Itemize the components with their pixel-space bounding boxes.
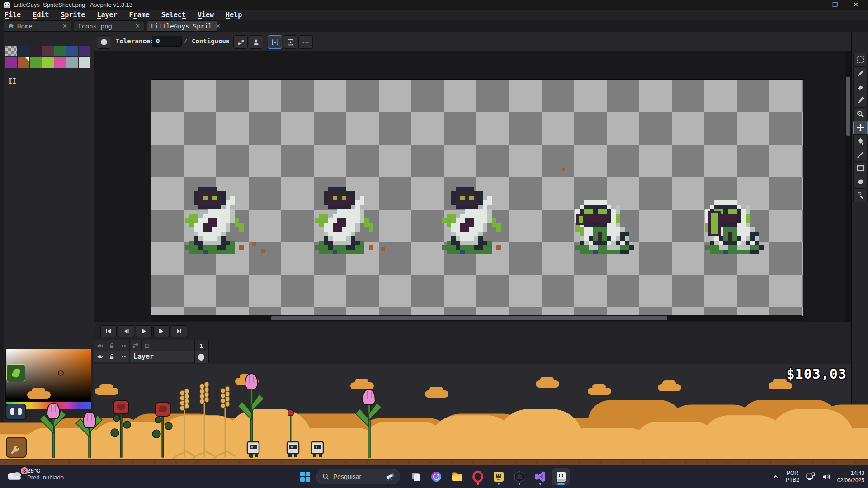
palette-swatch[interactable] [54, 57, 66, 68]
vertical-scrollbar-thumb[interactable] [846, 77, 850, 136]
tab-littleguys-spril[interactable]: LittleGuys_Spril✕ [147, 20, 217, 32]
timeline-header-eye-icon[interactable] [94, 340, 106, 351]
palette-swatch[interactable] [79, 46, 90, 56]
tab-icons-png[interactable]: Icons.png✕ [74, 20, 144, 32]
tool-zoom[interactable] [853, 107, 868, 121]
maximize-button[interactable]: ❐ [825, 0, 845, 10]
pixel-connectivity-button[interactable] [233, 35, 248, 49]
language-indicator[interactable]: PORPTB2 [786, 470, 799, 483]
taskbar-app-game[interactable] [490, 468, 507, 485]
cel-cell[interactable] [194, 351, 208, 363]
go-prev-frame-button[interactable] [118, 325, 134, 337]
foreground-color-swatch[interactable] [6, 364, 25, 382]
layer-lock-toggle[interactable] [106, 351, 118, 362]
menu-frame[interactable]: Frame [129, 11, 156, 19]
go-last-frame-button[interactable] [171, 325, 187, 337]
timeline-header-cel-icon[interactable] [142, 340, 153, 351]
window-title: LittleGuys_SpriteSheet.png - Aseprite v1… [14, 1, 132, 8]
layer-eye-toggle[interactable] [94, 351, 106, 362]
tool-rectangle[interactable] [853, 161, 868, 175]
tool-pencil[interactable] [853, 66, 868, 80]
tab-close-icon[interactable]: ✕ [59, 23, 67, 29]
palette-swatch[interactable] [30, 57, 42, 68]
taskbar-app-opera[interactable] [469, 468, 486, 485]
palette-swatch[interactable] [18, 46, 29, 56]
menu-edit[interactable]: Edit [33, 11, 55, 19]
game-icon [491, 469, 506, 484]
volume-icon[interactable] [822, 473, 831, 481]
palette-swatch[interactable] [5, 46, 17, 56]
symmetry-vertical-button[interactable] [283, 35, 297, 49]
horizontal-scrollbar[interactable] [151, 315, 802, 321]
play-button[interactable] [136, 325, 152, 337]
tab-close-icon[interactable]: ✕ [132, 23, 140, 29]
tolerance-input[interactable] [152, 36, 182, 47]
palette-swatch[interactable] [30, 46, 42, 56]
tool-marquee-selection[interactable] [853, 53, 868, 67]
go-next-frame-button[interactable] [153, 325, 170, 337]
taskbar-app-task-view[interactable] [407, 468, 424, 485]
tab-label: Home [17, 23, 33, 30]
palette-swatch[interactable] [54, 46, 66, 56]
menu-file[interactable]: File [5, 11, 27, 19]
vertical-scrollbar[interactable] [845, 51, 851, 322]
network-icon[interactable] [806, 472, 816, 481]
sprite-frames [151, 80, 803, 316]
tool-spray[interactable] [853, 188, 868, 202]
brush-preview-button[interactable] [97, 35, 111, 49]
transparent-color-button[interactable] [249, 35, 263, 49]
menu-layer[interactable]: Layer [97, 11, 123, 19]
tool-contour[interactable] [853, 175, 868, 189]
game-wrench-button[interactable] [6, 437, 27, 458]
menu-select[interactable]: Select [161, 11, 192, 19]
horizontal-scrollbar-thumb[interactable] [271, 316, 667, 320]
palette-swatch[interactable] [66, 57, 78, 68]
palette-swatch[interactable] [79, 57, 90, 68]
tool-line[interactable] [853, 148, 868, 162]
frame-number-cell[interactable]: 1 [194, 340, 208, 352]
contiguous-checkbox[interactable]: ✓ [183, 37, 189, 45]
home-icon [8, 23, 14, 29]
minimize-button[interactable]: – [804, 0, 825, 10]
active-app-indicator [557, 483, 565, 485]
search-box[interactable]: Pesquisar [316, 469, 400, 484]
sprite-canvas[interactable] [151, 79, 803, 316]
palette-swatch[interactable] [66, 46, 78, 56]
tool-move[interactable] [853, 121, 868, 135]
taskbar-app-aseprite[interactable] [552, 468, 570, 485]
start-button[interactable] [297, 468, 314, 485]
tool-eyedropper[interactable] [853, 94, 868, 108]
weather-widget[interactable]: 8 25°C Pred. nublado [5, 467, 64, 481]
clock[interactable]: 14:4302/06/2025 [837, 469, 864, 484]
timeline-header-dots-icon[interactable] [118, 340, 130, 351]
taskbar-app-explorer[interactable] [448, 468, 466, 485]
go-first-frame-button[interactable] [100, 325, 117, 337]
palette-swatch[interactable] [5, 57, 17, 68]
menu-help[interactable]: Help [226, 11, 248, 19]
palette-swatch[interactable] [42, 57, 54, 68]
tool-paint-bucket[interactable] [853, 134, 868, 148]
menu-sprite[interactable]: Sprite [61, 11, 91, 19]
timeline-panel: 1 Layer [94, 322, 851, 364]
palette-swatch[interactable] [18, 57, 29, 68]
taskbar-app-visual-studio[interactable] [532, 468, 549, 485]
menu-view[interactable]: View [198, 11, 220, 19]
tab-close-icon[interactable]: ✕ [212, 23, 221, 29]
tool-eraser[interactable] [853, 80, 868, 94]
tab-home[interactable]: Home✕ [4, 20, 71, 32]
palette-swatch[interactable] [42, 46, 54, 56]
layer-row[interactable]: Layer [94, 351, 209, 362]
close-button[interactable]: ✕ [845, 0, 866, 10]
color-picker-selection-ring[interactable] [58, 370, 64, 376]
game-robot-face-button[interactable] [5, 404, 26, 420]
taskbar-app-copilot[interactable] [428, 468, 445, 485]
timeline-header-onion-icon[interactable] [130, 340, 142, 351]
opera-icon [471, 469, 485, 484]
timeline-header-lock-icon[interactable] [106, 340, 118, 351]
notification-badge: 8 [21, 467, 28, 474]
tray-chevron-icon[interactable] [772, 473, 779, 480]
layer-dots-toggle[interactable] [118, 351, 130, 362]
more-options-button[interactable] [298, 35, 313, 49]
taskbar-app-unity[interactable] [511, 468, 528, 485]
symmetry-horizontal-button[interactable] [268, 35, 282, 49]
